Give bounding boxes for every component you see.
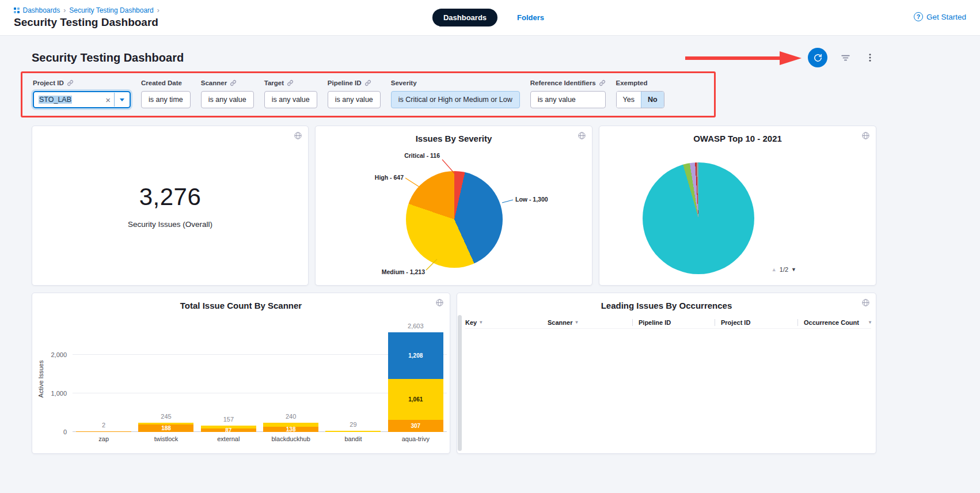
bar-category-label: bandit — [322, 435, 384, 442]
pager-page-indicator: 1/2 — [780, 266, 788, 273]
severity-pie-chart[interactable] — [406, 171, 503, 268]
get-started-label: Get Started — [926, 13, 966, 21]
exempted-toggle: Yes No — [616, 91, 664, 108]
table-column-pipeline-id[interactable]: Pipeline ID — [632, 319, 715, 326]
bar-stack: 138 — [263, 423, 318, 432]
breadcrumb: Dashboards › Security Testing Dashboard … — [14, 6, 159, 14]
bar-category-label: zap — [73, 435, 135, 442]
header-title: Security Testing Dashboard — [14, 16, 159, 29]
project-id-value[interactable]: STO_LAB — [34, 96, 102, 104]
bar-column[interactable]: 2,6033071,0611,208 — [385, 325, 447, 432]
bar-columns: 224518815787240138292,6033071,0611,208 — [73, 325, 447, 432]
tab-dashboards[interactable]: Dashboards — [432, 9, 497, 26]
clear-selection-icon[interactable]: × — [102, 96, 114, 104]
breadcrumb-current-dashboard[interactable]: Security Testing Dashboard — [69, 6, 154, 14]
bar-total-label: 240 — [286, 413, 296, 420]
table-column-occurrence-count[interactable]: Occurrence Count ▾ — [797, 319, 871, 326]
issue-count-by-scanner-tile: Total Issue Count By Scanner Active Issu… — [32, 293, 450, 454]
sort-caret-icon: ▾ — [480, 320, 482, 325]
main-content: Security Testing Dashboard — [0, 36, 980, 454]
column-label: Project ID — [721, 319, 750, 326]
bar-category-label: twistlock — [135, 435, 197, 442]
project-id-select[interactable]: STO_LAB × — [33, 91, 131, 108]
tab-folders[interactable]: Folders — [514, 13, 548, 22]
globe-icon[interactable] — [578, 131, 586, 142]
filter-button[interactable] — [839, 51, 852, 65]
bar-column[interactable]: 240138 — [260, 325, 322, 432]
bar-column[interactable]: 29 — [322, 325, 384, 432]
bar-segment[interactable] — [76, 431, 131, 432]
leading-issues-tile: Leading Issues By Occurrences Key ▾ Scan… — [457, 293, 876, 454]
tile-row-2: Total Issue Count By Scanner Active Issu… — [32, 293, 876, 454]
refresh-button[interactable] — [808, 48, 827, 67]
target-filter-button[interactable]: is any value — [264, 91, 317, 108]
bar-segment[interactable]: 307 — [388, 420, 443, 432]
globe-icon[interactable] — [861, 298, 870, 309]
exempted-yes-option[interactable]: Yes — [617, 92, 641, 108]
chevron-down-icon — [120, 98, 124, 101]
bar-column[interactable]: 2 — [73, 325, 135, 432]
chart-title: OWASP Top 10 - 2021 — [599, 126, 876, 143]
bar-category-label: external — [197, 435, 260, 442]
bar-column[interactable]: 245188 — [135, 325, 197, 432]
header-tabs: Dashboards Folders — [432, 9, 548, 26]
pager-up-icon[interactable]: ▲ — [772, 267, 777, 272]
column-label: Key — [465, 319, 477, 326]
breadcrumb-dashboards[interactable]: Dashboards — [23, 6, 60, 14]
pager-down-icon[interactable]: ▼ — [791, 267, 796, 272]
kebab-menu-icon — [865, 52, 875, 63]
filter-label: Reference Identifiers — [530, 79, 596, 86]
table-scrollbar[interactable] — [458, 315, 462, 451]
issues-by-severity-tile: Issues By Severity Critical - 116 Low - … — [315, 126, 592, 286]
y-tick-0: 0 — [41, 428, 67, 435]
filter-icon — [840, 52, 851, 63]
bar-column[interactable]: 15787 — [197, 325, 260, 432]
dropdown-caret-button[interactable] — [115, 98, 130, 101]
filter-project-id: Project ID STO_LAB × — [33, 79, 131, 108]
column-label: Occurrence Count — [804, 319, 859, 326]
table-column-project-id[interactable]: Project ID — [715, 319, 797, 326]
bar-segment[interactable]: 87 — [201, 428, 256, 432]
link-icon — [230, 79, 237, 86]
filter-target: Target is any value — [264, 79, 317, 108]
bar-segment[interactable] — [325, 431, 381, 432]
globe-icon[interactable] — [861, 131, 870, 142]
bar-segment[interactable]: 1,061 — [388, 379, 443, 420]
bar-stack: 3071,0611,208 — [388, 332, 443, 432]
header-left: Dashboards › Security Testing Dashboard … — [14, 6, 159, 29]
dashboard-controls — [808, 48, 876, 67]
get-started-link[interactable]: ? Get Started — [914, 12, 966, 21]
pie-label-low: Low - 1,300 — [515, 196, 548, 203]
table-column-key[interactable]: Key ▾ — [465, 319, 548, 326]
table-column-scanner[interactable]: Scanner ▾ — [548, 319, 632, 326]
bar-segment[interactable]: 188 — [138, 424, 193, 432]
pipeline-id-filter-button[interactable]: is any value — [328, 91, 381, 108]
scanner-filter-button[interactable]: is any value — [201, 91, 254, 108]
bar-category-label: blackduckhub — [260, 435, 322, 442]
refresh-icon — [813, 53, 823, 63]
severity-filter-button[interactable]: is Critical or High or Medium or Low — [391, 91, 520, 108]
dashboards-grid-icon — [14, 7, 20, 13]
link-icon — [67, 79, 74, 86]
filter-label: Pipeline ID — [328, 79, 362, 86]
more-options-button[interactable] — [864, 51, 876, 64]
owasp-pie-chart[interactable] — [643, 162, 754, 274]
bar-stack: 87 — [201, 426, 256, 432]
dashboard-header: Security Testing Dashboard — [32, 46, 876, 69]
pie-label-high: High - 647 — [375, 174, 404, 181]
globe-icon[interactable] — [294, 131, 302, 142]
total-issues-value: 3,276 — [139, 183, 202, 211]
bar-category-label: aqua-trivy — [385, 435, 447, 442]
globe-icon[interactable] — [435, 298, 444, 309]
summary-tile: 3,276 Security Issues (Overall) — [32, 126, 309, 286]
reference-identifiers-filter-button[interactable]: is any value — [530, 91, 606, 108]
y-tick-1000: 1,000 — [41, 390, 67, 397]
exempted-no-option[interactable]: No — [641, 92, 664, 108]
link-icon — [287, 79, 294, 86]
bar-segment[interactable]: 138 — [263, 427, 318, 432]
bar-total-label: 245 — [161, 413, 171, 420]
bar-stack — [76, 431, 131, 432]
bar-segment[interactable]: 1,208 — [388, 332, 443, 379]
created-date-filter-button[interactable]: is any time — [141, 91, 191, 108]
link-icon — [364, 79, 371, 86]
